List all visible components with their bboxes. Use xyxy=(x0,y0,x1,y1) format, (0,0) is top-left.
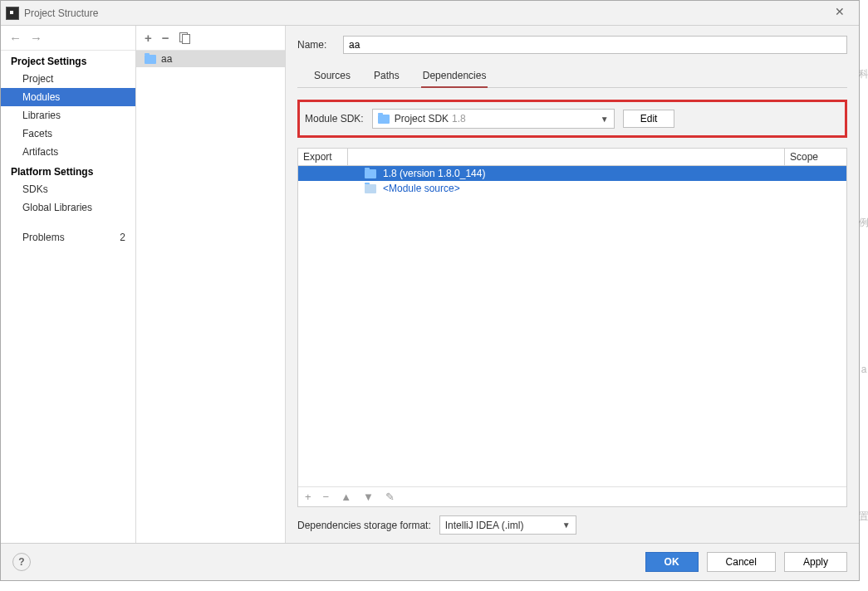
sidebar-item-sdks[interactable]: SDKs xyxy=(1,180,135,198)
sidebar-item-facets[interactable]: Facets xyxy=(1,125,135,143)
sidebar-item-problems[interactable]: Problems 2 xyxy=(1,228,135,247)
folder-icon xyxy=(365,184,376,193)
sidebar-item-label: Project xyxy=(22,73,53,85)
dialog-footer: ? OK Cancel Apply xyxy=(1,543,859,580)
project-structure-dialog: Project Structure ✕ ← → Project Settings… xyxy=(0,0,860,581)
sidebar-item-label: Problems xyxy=(22,232,65,243)
forward-arrow-icon[interactable]: → xyxy=(30,31,42,45)
edit-sdk-button[interactable]: Edit xyxy=(623,110,675,128)
edit-icon[interactable]: ✎ xyxy=(385,491,395,503)
module-sdk-label: Module SDK: xyxy=(305,113,364,125)
tab-dependencies[interactable]: Dependencies xyxy=(421,67,488,88)
dep-header: Export Scope xyxy=(298,149,846,166)
add-icon[interactable]: + xyxy=(305,491,311,503)
module-list-item[interactable]: aa xyxy=(136,51,285,67)
dep-row[interactable]: <Module source> xyxy=(298,181,846,196)
dep-row[interactable]: 1.8 (version 1.8.0_144) xyxy=(298,166,846,181)
window-title: Project Structure xyxy=(24,7,98,19)
obscured-side-strip: 科例a置 xyxy=(860,0,868,591)
storage-label: Dependencies storage format: xyxy=(297,520,431,531)
col-export[interactable]: Export xyxy=(298,149,348,165)
dependencies-table: Export Scope 1.8 (version 1.8.0_144) xyxy=(297,148,847,507)
folder-icon xyxy=(365,169,376,178)
module-sdk-select[interactable]: Project SDK 1.8 ▼ xyxy=(372,109,615,129)
back-arrow-icon[interactable]: ← xyxy=(9,31,22,45)
sidebar-item-label: Global Libraries xyxy=(22,202,92,213)
module-sdk-row: Module SDK: Project SDK 1.8 ▼ Edit xyxy=(297,100,847,138)
module-name-input[interactable] xyxy=(343,36,847,54)
add-icon[interactable]: + xyxy=(145,31,152,45)
storage-value: IntelliJ IDEA (.iml) xyxy=(445,520,524,531)
move-up-icon[interactable]: ▲ xyxy=(341,491,351,503)
sidebar-item-artifacts[interactable]: Artifacts xyxy=(1,143,135,161)
move-down-icon[interactable]: ▼ xyxy=(363,491,374,503)
sidebar-item-label: Libraries xyxy=(22,110,61,121)
tab-sources[interactable]: Sources xyxy=(312,67,352,87)
name-label: Name: xyxy=(297,39,335,51)
cancel-button[interactable]: Cancel xyxy=(707,552,776,572)
apply-button[interactable]: Apply xyxy=(784,552,847,572)
sidebar-item-label: Artifacts xyxy=(22,146,58,158)
sdk-text: Project SDK xyxy=(395,113,449,125)
sidebar-item-modules[interactable]: Modules xyxy=(1,88,135,106)
storage-row: Dependencies storage format: IntelliJ ID… xyxy=(297,515,847,535)
chevron-down-icon: ▼ xyxy=(601,115,609,124)
dep-label: 1.8 (version 1.8.0_144) xyxy=(383,168,485,179)
folder-icon xyxy=(378,115,390,124)
sdk-version: 1.8 xyxy=(452,113,466,125)
section-project-settings: Project Settings xyxy=(1,51,135,70)
dep-body: 1.8 (version 1.8.0_144) <Module source> xyxy=(298,166,846,486)
module-list-panel: + − aa xyxy=(136,26,286,543)
storage-format-select[interactable]: IntelliJ IDEA (.iml) ▼ xyxy=(439,515,576,535)
copy-icon[interactable] xyxy=(179,31,189,45)
chevron-down-icon: ▼ xyxy=(562,520,571,530)
dep-label: <Module source> xyxy=(383,183,460,194)
problems-badge: 2 xyxy=(120,232,125,243)
app-icon xyxy=(6,7,19,20)
module-detail-panel: Name: Sources Paths Dependencies Module … xyxy=(286,26,859,543)
tab-paths[interactable]: Paths xyxy=(372,67,401,87)
name-row: Name: xyxy=(297,36,847,54)
sidebar-item-label: Modules xyxy=(22,91,60,103)
dialog-body: ← → Project Settings Project Modules Lib… xyxy=(1,26,859,543)
sidebar-item-libraries[interactable]: Libraries xyxy=(1,106,135,125)
col-main xyxy=(348,149,784,165)
module-name: aa xyxy=(161,53,172,65)
sidebar-item-global-libraries[interactable]: Global Libraries xyxy=(1,198,135,217)
dep-toolbar: + − ▲ ▼ ✎ xyxy=(298,486,846,506)
section-platform-settings: Platform Settings xyxy=(1,161,135,180)
col-scope[interactable]: Scope xyxy=(784,149,846,165)
left-sidebar: ← → Project Settings Project Modules Lib… xyxy=(1,26,136,543)
sidebar-item-project[interactable]: Project xyxy=(1,70,135,88)
titlebar: Project Structure ✕ xyxy=(1,1,859,26)
folder-icon xyxy=(145,55,156,64)
nav-history: ← → xyxy=(1,26,135,51)
ok-button[interactable]: OK xyxy=(645,552,699,572)
module-tabs: Sources Paths Dependencies xyxy=(297,67,847,88)
sidebar-item-label: Facets xyxy=(22,128,52,139)
sidebar-item-label: SDKs xyxy=(22,183,48,195)
module-toolbar: + − xyxy=(136,26,285,51)
remove-icon[interactable]: − xyxy=(323,491,330,503)
close-icon[interactable]: ✕ xyxy=(827,5,852,22)
remove-icon[interactable]: − xyxy=(162,31,169,45)
help-icon[interactable]: ? xyxy=(12,553,31,571)
